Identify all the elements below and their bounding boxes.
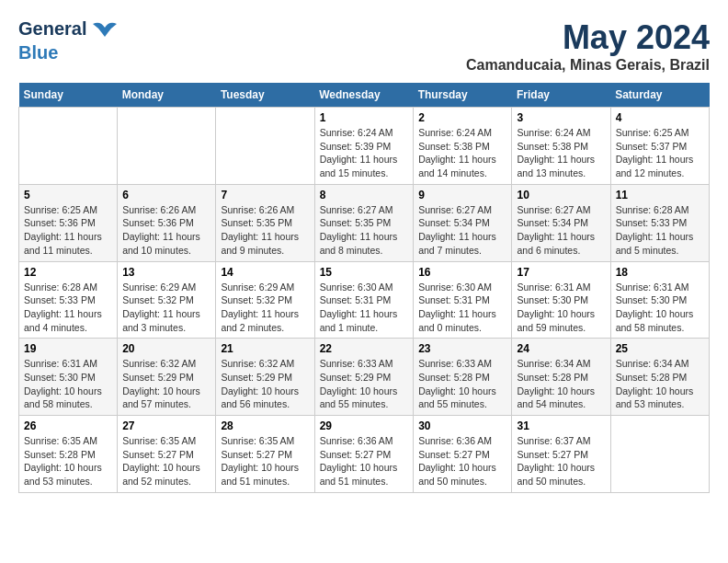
calendar-cell: 9Sunrise: 6:27 AM Sunset: 5:34 PM Daylig… [414,184,512,261]
day-info: Sunrise: 6:27 AM Sunset: 5:35 PM Dayligh… [320,203,409,258]
title-area: May 2024 Camanducaia, Minas Gerais, Braz… [466,18,710,74]
calendar-cell [19,108,118,185]
day-info: Sunrise: 6:31 AM Sunset: 5:30 PM Dayligh… [24,357,112,411]
weekday-header-wednesday: Wednesday [314,83,414,108]
weekday-header-sunday: Sunday [19,83,118,108]
logo-general-text: General [18,18,119,42]
calendar-cell: 3Sunrise: 6:24 AM Sunset: 5:38 PM Daylig… [512,108,610,185]
calendar-cell: 17Sunrise: 6:31 AM Sunset: 5:30 PM Dayli… [512,261,610,339]
logo: General Blue [18,18,119,63]
calendar-cell: 29Sunrise: 6:36 AM Sunset: 5:27 PM Dayli… [314,416,414,493]
day-info: Sunrise: 6:37 AM Sunset: 5:27 PM Dayligh… [517,434,605,488]
day-number: 23 [418,342,506,355]
day-number: 11 [616,189,704,201]
calendar-cell: 15Sunrise: 6:30 AM Sunset: 5:31 PM Dayli… [314,261,414,339]
calendar-cell: 5Sunrise: 6:25 AM Sunset: 5:36 PM Daylig… [19,184,118,261]
calendar-cell: 11Sunrise: 6:28 AM Sunset: 5:33 PM Dayli… [610,184,709,261]
weekday-header-tuesday: Tuesday [216,83,314,108]
day-number: 31 [517,419,605,432]
day-number: 8 [320,189,409,201]
day-number: 12 [24,266,112,279]
calendar-cell: 6Sunrise: 6:26 AM Sunset: 5:36 PM Daylig… [118,184,216,261]
calendar-cell [610,416,709,493]
day-info: Sunrise: 6:31 AM Sunset: 5:30 PM Dayligh… [616,281,704,335]
day-number: 26 [24,419,112,432]
calendar-cell: 16Sunrise: 6:30 AM Sunset: 5:31 PM Dayli… [414,261,512,339]
weekday-header-row: SundayMondayTuesdayWednesdayThursdayFrid… [19,83,710,108]
calendar-cell: 4Sunrise: 6:25 AM Sunset: 5:37 PM Daylig… [610,108,709,185]
day-info: Sunrise: 6:36 AM Sunset: 5:27 PM Dayligh… [320,434,409,488]
day-info: Sunrise: 6:24 AM Sunset: 5:38 PM Dayligh… [517,126,605,180]
weekday-header-saturday: Saturday [610,83,709,108]
day-number: 16 [418,266,506,279]
week-row-2: 5Sunrise: 6:25 AM Sunset: 5:36 PM Daylig… [19,184,710,261]
day-info: Sunrise: 6:34 AM Sunset: 5:28 PM Dayligh… [517,357,605,411]
day-info: Sunrise: 6:25 AM Sunset: 5:36 PM Dayligh… [24,203,112,258]
day-info: Sunrise: 6:36 AM Sunset: 5:27 PM Dayligh… [418,434,506,488]
day-info: Sunrise: 6:26 AM Sunset: 5:36 PM Dayligh… [122,203,210,258]
day-number: 10 [517,189,605,201]
header: General Blue May 2024 Camanducaia, Minas… [18,18,710,74]
calendar-cell: 25Sunrise: 6:34 AM Sunset: 5:28 PM Dayli… [610,339,709,416]
day-info: Sunrise: 6:32 AM Sunset: 5:29 PM Dayligh… [122,357,210,411]
calendar-cell: 13Sunrise: 6:29 AM Sunset: 5:32 PM Dayli… [118,261,216,339]
calendar-cell [216,108,314,185]
weekday-header-thursday: Thursday [414,83,512,108]
location-title: Camanducaia, Minas Gerais, Brazil [466,57,710,74]
day-info: Sunrise: 6:35 AM Sunset: 5:27 PM Dayligh… [221,434,309,488]
day-info: Sunrise: 6:29 AM Sunset: 5:32 PM Dayligh… [221,281,309,335]
day-info: Sunrise: 6:33 AM Sunset: 5:29 PM Dayligh… [320,357,409,411]
day-number: 22 [320,342,409,355]
calendar-cell: 7Sunrise: 6:26 AM Sunset: 5:35 PM Daylig… [216,184,314,261]
day-info: Sunrise: 6:24 AM Sunset: 5:38 PM Dayligh… [418,126,506,180]
day-info: Sunrise: 6:30 AM Sunset: 5:31 PM Dayligh… [320,281,409,335]
calendar-cell: 26Sunrise: 6:35 AM Sunset: 5:28 PM Dayli… [19,416,118,493]
day-number: 28 [221,419,309,432]
day-number: 15 [320,266,409,279]
day-info: Sunrise: 6:29 AM Sunset: 5:32 PM Dayligh… [122,281,210,335]
day-info: Sunrise: 6:33 AM Sunset: 5:28 PM Dayligh… [418,357,506,411]
calendar-cell: 12Sunrise: 6:28 AM Sunset: 5:33 PM Dayli… [19,261,118,339]
calendar-table: SundayMondayTuesdayWednesdayThursdayFrid… [18,83,710,493]
day-number: 20 [122,342,210,355]
day-info: Sunrise: 6:35 AM Sunset: 5:28 PM Dayligh… [24,434,112,488]
logo-blue-text: Blue [18,42,58,63]
week-row-1: 1Sunrise: 6:24 AM Sunset: 5:39 PM Daylig… [19,108,710,185]
day-number: 13 [122,266,210,279]
day-number: 18 [616,266,704,279]
day-number: 3 [517,111,605,124]
calendar-cell: 2Sunrise: 6:24 AM Sunset: 5:38 PM Daylig… [414,108,512,185]
day-number: 14 [221,266,309,279]
day-info: Sunrise: 6:28 AM Sunset: 5:33 PM Dayligh… [24,281,112,335]
calendar-cell: 20Sunrise: 6:32 AM Sunset: 5:29 PM Dayli… [118,339,216,416]
day-number: 6 [122,189,210,201]
day-info: Sunrise: 6:30 AM Sunset: 5:31 PM Dayligh… [418,281,506,335]
calendar-cell: 23Sunrise: 6:33 AM Sunset: 5:28 PM Dayli… [414,339,512,416]
day-number: 24 [517,342,605,355]
day-number: 27 [122,419,210,432]
calendar-cell: 28Sunrise: 6:35 AM Sunset: 5:27 PM Dayli… [216,416,314,493]
calendar-cell: 31Sunrise: 6:37 AM Sunset: 5:27 PM Dayli… [512,416,610,493]
day-info: Sunrise: 6:28 AM Sunset: 5:33 PM Dayligh… [616,203,704,258]
calendar-cell [118,108,216,185]
day-number: 4 [616,111,704,124]
day-info: Sunrise: 6:27 AM Sunset: 5:34 PM Dayligh… [517,203,605,258]
calendar-cell: 10Sunrise: 6:27 AM Sunset: 5:34 PM Dayli… [512,184,610,261]
weekday-header-friday: Friday [512,83,610,108]
day-number: 21 [221,342,309,355]
calendar-cell: 24Sunrise: 6:34 AM Sunset: 5:28 PM Dayli… [512,339,610,416]
day-number: 29 [320,419,409,432]
logo-bird-icon [91,20,119,42]
week-row-5: 26Sunrise: 6:35 AM Sunset: 5:28 PM Dayli… [19,416,710,493]
calendar-cell: 14Sunrise: 6:29 AM Sunset: 5:32 PM Dayli… [216,261,314,339]
month-title: May 2024 [466,18,710,57]
weekday-header-monday: Monday [118,83,216,108]
day-number: 2 [418,111,506,124]
day-number: 30 [418,419,506,432]
calendar-cell: 22Sunrise: 6:33 AM Sunset: 5:29 PM Dayli… [314,339,414,416]
day-info: Sunrise: 6:24 AM Sunset: 5:39 PM Dayligh… [320,126,409,180]
calendar-cell: 19Sunrise: 6:31 AM Sunset: 5:30 PM Dayli… [19,339,118,416]
day-number: 17 [517,266,605,279]
day-info: Sunrise: 6:26 AM Sunset: 5:35 PM Dayligh… [221,203,309,258]
week-row-4: 19Sunrise: 6:31 AM Sunset: 5:30 PM Dayli… [19,339,710,416]
